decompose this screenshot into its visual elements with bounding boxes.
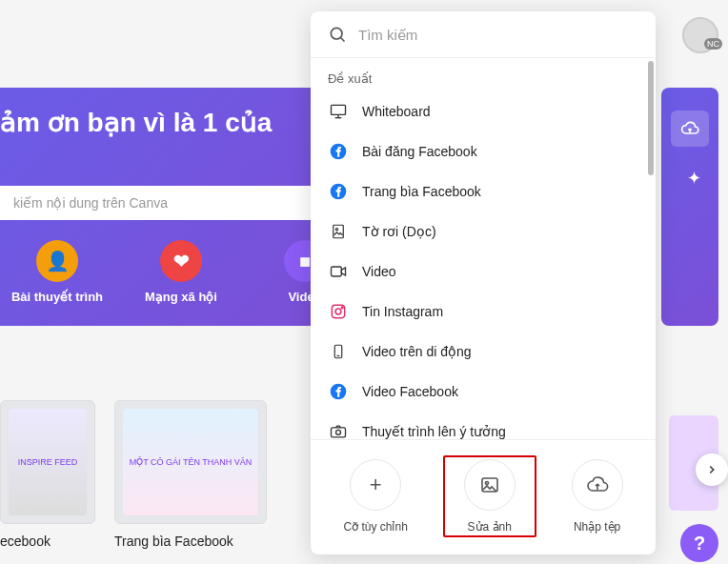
sparkle-icon: ✦ [687, 168, 701, 189]
template-row: INSPIRE FEED ecebook MỘT CÔ GÁI TÊN THAN… [0, 400, 267, 549]
suggestion-label: Tờ rơi (Dọc) [362, 224, 436, 239]
svg-point-0 [331, 28, 342, 39]
suggestion-whiteboard[interactable]: Whiteboard [311, 91, 656, 131]
suggestion-facebook-cover[interactable]: Trang bìa Facebook [311, 171, 656, 212]
suggestion-flyer[interactable]: Tờ rơi (Dọc) [311, 212, 656, 252]
category-row: 👤 Bài thuyết trình ❤ Mạng xã hội ■ Video [0, 240, 353, 304]
suggestion-label: Bài đăng Facebook [362, 144, 477, 159]
search-input[interactable] [358, 27, 638, 43]
whiteboard-icon [328, 101, 349, 122]
thumbnail-text: INSPIRE FEED [9, 409, 87, 515]
cloud-upload-icon [680, 119, 699, 138]
hero-search-field[interactable]: kiếm nội dung trên Canva [0, 186, 324, 220]
panel-scrollbar[interactable] [648, 53, 654, 434]
custom-size-button[interactable]: + Cỡ tùy chỉnh [332, 455, 418, 537]
suggestion-label: Thuyết trình lên ý tưởng [362, 424, 506, 439]
svg-line-1 [341, 38, 345, 42]
footer-label: Sửa ảnh [468, 520, 512, 534]
search-panel: Đề xuất Whiteboard Bài đăng Facebook Tra… [311, 11, 656, 554]
presentation-icon: 👤 [36, 240, 78, 282]
facebook-icon [328, 141, 349, 162]
suggestion-video[interactable]: Video [311, 252, 656, 292]
scroll-next-button[interactable] [696, 453, 728, 486]
camera-icon [328, 421, 349, 439]
suggested-header: Đề xuất [311, 58, 656, 91]
suggestion-label: Video trên di động [362, 344, 472, 359]
svg-point-19 [485, 482, 488, 485]
avatar-badge: NC [704, 38, 722, 50]
social-icon: ❤ [160, 240, 202, 282]
template-thumbnail: INSPIRE FEED [0, 400, 95, 524]
cloud-upload-icon [572, 459, 623, 511]
suggestion-label: Whiteboard [362, 104, 431, 119]
edit-photo-button[interactable]: Sửa ảnh [443, 455, 536, 537]
template-card[interactable]: MỘT CÔ GÁI TÊN THANH VÂN Trang bìa Faceb… [114, 400, 267, 549]
svg-point-17 [336, 430, 341, 434]
svg-rect-16 [332, 428, 346, 437]
svg-point-8 [335, 229, 337, 231]
scrollbar-thumb[interactable] [648, 61, 654, 175]
import-file-button[interactable]: Nhập tệp [560, 455, 635, 537]
mobile-icon [328, 341, 349, 362]
suggestion-label: Video [362, 264, 396, 279]
panel-footer: + Cỡ tùy chỉnh Sửa ảnh Nhập tệp [311, 439, 656, 554]
suggestion-brainstorm[interactable]: Thuyết trình lên ý tưởng [311, 412, 656, 439]
footer-label: Cỡ tùy chỉnh [343, 520, 407, 534]
suggestion-list: Đề xuất Whiteboard Bài đăng Facebook Tra… [311, 58, 656, 439]
template-label: Trang bìa Facebook [114, 534, 267, 549]
svg-rect-9 [332, 267, 342, 276]
search-icon [328, 25, 347, 44]
help-fab[interactable]: ? [680, 524, 718, 562]
template-card[interactable]: INSPIRE FEED ecebook [0, 400, 95, 549]
template-label: ecebook [0, 534, 95, 549]
facebook-icon [328, 381, 349, 402]
suggestion-label: Trang bìa Facebook [362, 184, 481, 199]
plus-icon: + [350, 459, 401, 511]
suggestion-facebook-post[interactable]: Bài đăng Facebook [311, 131, 656, 171]
suggestion-label: Tin Instagram [362, 304, 443, 319]
svg-rect-7 [334, 225, 344, 238]
suggestion-label: Video Facebook [362, 384, 458, 399]
suggestion-instagram-story[interactable]: Tin Instagram [311, 292, 656, 332]
upload-button[interactable] [671, 111, 709, 147]
facebook-icon [328, 181, 349, 202]
footer-label: Nhập tệp [574, 520, 620, 534]
instagram-icon [328, 301, 349, 322]
image-icon [464, 459, 516, 511]
template-thumbnail: MỘT CÔ GÁI TÊN THANH VÂN [114, 400, 267, 524]
svg-point-11 [335, 309, 341, 314]
suggestion-mobile-video[interactable]: Video trên di động [311, 332, 656, 372]
svg-rect-2 [332, 105, 346, 114]
flyer-icon [328, 221, 349, 242]
suggestion-facebook-video[interactable]: Video Facebook [311, 372, 656, 412]
category-label: Bài thuyết trình [11, 290, 103, 304]
category-label: Mạng xã hội [145, 290, 217, 304]
thumbnail-text: MỘT CÔ GÁI TÊN THANH VÂN [123, 409, 258, 515]
category-presentation[interactable]: 👤 Bài thuyết trình [10, 240, 105, 304]
category-social[interactable]: ❤ Mạng xã hội [133, 240, 229, 304]
search-bar[interactable] [311, 11, 656, 58]
svg-point-12 [341, 307, 343, 309]
video-icon [328, 261, 349, 282]
chevron-right-icon [705, 463, 718, 476]
hero-title: ảm ơn bạn vì là 1 của [0, 107, 334, 138]
